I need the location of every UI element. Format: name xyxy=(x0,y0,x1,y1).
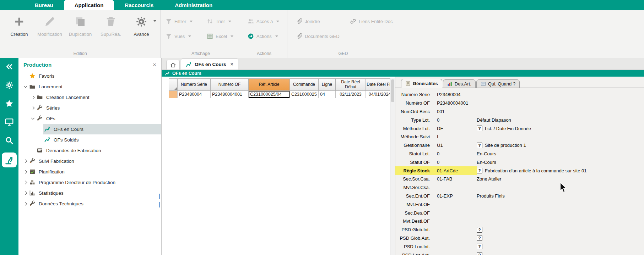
ribbon-button[interactable]: Filtrer xyxy=(166,18,207,24)
ribbon-button[interactable]: Liens Entité-Doc xyxy=(350,18,399,24)
ribbon-button[interactable]: Modification xyxy=(36,14,63,37)
grid-column-header[interactable]: Numéro OF xyxy=(211,78,249,91)
ribbon-button[interactable]: Accès à xyxy=(248,18,287,24)
grid-column-header[interactable]: Numéro Série xyxy=(178,78,211,91)
menu-tab[interactable]: Administration xyxy=(164,0,223,10)
of-arrow-white-icon xyxy=(165,71,170,76)
ribbon-group-label: Affichage xyxy=(161,51,241,56)
nav-tree-item[interactable]: Programme Directeur de Production xyxy=(18,177,161,188)
grid-cell[interactable]: C231000025 xyxy=(290,91,319,98)
menu-tab[interactable]: Application xyxy=(64,0,114,10)
sidebar-icon-button[interactable] xyxy=(2,153,17,167)
sidebar-icon-button[interactable] xyxy=(4,117,14,127)
ribbon-button[interactable]: Avancé xyxy=(128,14,155,37)
grid-column-header[interactable]: Commande xyxy=(290,78,319,91)
sidebar-icon-button[interactable] xyxy=(4,80,14,90)
nav-close-button[interactable]: × xyxy=(153,62,156,68)
nav-scrollbar-mark[interactable] xyxy=(159,202,160,207)
sidebar-icon-button[interactable] xyxy=(4,62,14,72)
field-value[interactable]: 001 xyxy=(437,109,477,114)
nav-tree-item[interactable]: Suivi Fabrication xyxy=(18,156,161,166)
sort-icon xyxy=(207,18,213,24)
ribbon-button[interactable]: Trier xyxy=(207,18,241,24)
tab-close-button[interactable]: × xyxy=(231,61,233,67)
help-button[interactable]: ? xyxy=(477,126,482,131)
nav-tree-item[interactable]: OFs Soldés xyxy=(18,134,161,145)
grid-cell[interactable]: P23480004 xyxy=(178,91,211,98)
tab-home[interactable] xyxy=(166,60,180,70)
detail-tab[interactable]: Des.Art. xyxy=(443,79,476,88)
nav-scrollbar-mark[interactable] xyxy=(159,194,160,199)
nav-tree-item[interactable]: OFs xyxy=(18,113,161,124)
help-button[interactable]: ? xyxy=(477,235,482,241)
ribbon-button[interactable]: Documents GED xyxy=(296,33,350,39)
nav-tree-item[interactable]: Données Techniques xyxy=(18,198,161,209)
nav-tree-item[interactable]: Favoris xyxy=(18,71,161,81)
sidebar-icon-button[interactable] xyxy=(4,99,14,109)
nav-tree-item[interactable]: OFs en Cours xyxy=(18,124,161,134)
field-value[interactable]: 0 xyxy=(437,117,477,123)
field-value[interactable]: 0 xyxy=(437,151,477,156)
nav-tree-item[interactable]: Demandes de Fabrication xyxy=(18,145,161,156)
home-icon xyxy=(170,62,176,68)
dropdown-caret-icon xyxy=(276,21,279,22)
nav-tree-item[interactable]: Statistiques xyxy=(18,188,161,198)
grid-cell[interactable]: P23480004001 xyxy=(211,91,249,98)
menu-tab[interactable]: Raccourcis xyxy=(114,0,164,10)
menu-tab[interactable]: Bureau xyxy=(24,0,64,10)
tree-chevron-icon[interactable] xyxy=(22,160,28,162)
tree-chevron-icon[interactable] xyxy=(22,171,28,173)
field-value[interactable]: U1 xyxy=(437,143,477,148)
tree-chevron-icon[interactable] xyxy=(22,181,28,184)
grid-column-header[interactable]: Date Réel Début xyxy=(336,78,366,91)
grid-vertical-scrollbar[interactable] xyxy=(390,78,395,255)
tree-chevron-icon[interactable] xyxy=(22,203,28,205)
nav-panel-title: Production xyxy=(23,62,153,68)
tree-chevron-icon[interactable] xyxy=(29,96,36,99)
ribbon-button[interactable]: Excel xyxy=(207,33,241,39)
sidebar-icon-button[interactable] xyxy=(4,135,14,145)
ribbon-button[interactable]: Création xyxy=(6,14,33,37)
field-value[interactable]: 01-FAB xyxy=(437,176,477,182)
detail-tab[interactable]: Généralités xyxy=(401,79,442,88)
grid-cell[interactable]: 04 xyxy=(319,91,336,98)
help-button[interactable]: ? xyxy=(477,252,482,255)
grid-cell[interactable] xyxy=(169,91,178,98)
detail-tab[interactable]: Qui, Quand ? xyxy=(476,79,520,88)
tree-chevron-icon[interactable] xyxy=(22,192,28,194)
ribbon-button[interactable]: Vues xyxy=(166,33,207,39)
excel-icon xyxy=(207,33,213,39)
grid-cell[interactable]: 02/11/2023 xyxy=(336,91,366,98)
nav-tree-item[interactable]: Création Lancement xyxy=(18,92,161,102)
ribbon-button[interactable]: Joindre xyxy=(296,18,350,24)
field-value[interactable]: DF xyxy=(437,126,477,131)
nav-tree-item[interactable]: Planification xyxy=(18,166,161,177)
tree-chevron-icon[interactable] xyxy=(29,107,36,109)
field-value[interactable]: 01-EXP xyxy=(437,193,477,199)
tab-ofs-en-cours[interactable]: OFs en Cours × xyxy=(181,59,238,70)
nav-tree-item[interactable]: Séries xyxy=(18,102,161,113)
help-button[interactable]: ? xyxy=(477,143,482,148)
grid-cell[interactable]: C231000025/04 xyxy=(249,91,290,98)
ribbon-group-edition: Création Modification Duplication xyxy=(0,10,161,58)
ribbon-button[interactable]: Actions xyxy=(248,33,287,39)
ribbon-button[interactable]: Sup./Réa. xyxy=(97,14,124,37)
field-value[interactable]: P23480004001 xyxy=(437,100,477,106)
ribbon-button[interactable]: Duplication xyxy=(67,14,94,37)
nav-tree-item[interactable]: Lancement xyxy=(18,81,161,92)
grid-column-header[interactable]: Ligne xyxy=(319,78,336,91)
field-value[interactable]: 0 xyxy=(437,160,477,165)
scrollbar-thumb[interactable] xyxy=(391,79,394,102)
tree-chevron-icon[interactable] xyxy=(29,118,36,119)
field-value[interactable]: 01-ArtCde xyxy=(437,168,477,173)
field-value[interactable]: P23480004 xyxy=(437,92,477,97)
help-button[interactable]: ? xyxy=(477,227,482,233)
grid-column-header[interactable]: Réf. Article xyxy=(249,78,290,91)
document-tab-bar: OFs en Cours × xyxy=(162,58,644,70)
field-value[interactable]: I xyxy=(437,134,477,139)
tree-chevron-icon[interactable] xyxy=(22,86,28,87)
of-arrow-icon xyxy=(44,137,50,143)
grid-column-header[interactable] xyxy=(169,78,178,91)
help-button[interactable]: ? xyxy=(477,168,482,173)
help-button[interactable]: ? xyxy=(477,244,482,249)
